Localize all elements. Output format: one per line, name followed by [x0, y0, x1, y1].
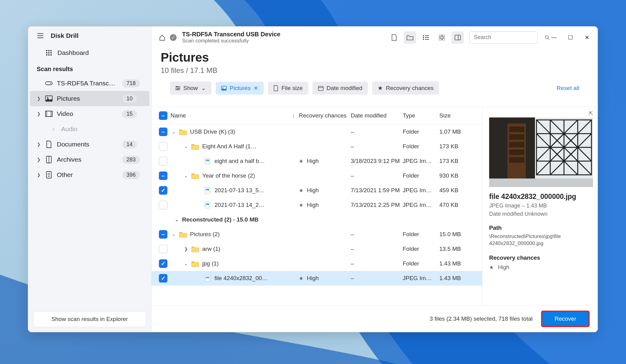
music-note-icon: ♪ [49, 125, 57, 133]
row-name: jpg (1) [202, 260, 219, 267]
chevron-right-icon: ❯ [37, 172, 41, 177]
section-scan-results: Scan results [28, 61, 151, 76]
row-checkbox[interactable] [159, 142, 167, 151]
show-in-explorer-button[interactable]: Show scan results in Explorer [33, 311, 146, 327]
minimize-button[interactable]: — [550, 34, 558, 41]
row-checkbox[interactable] [159, 245, 167, 253]
svg-point-41 [177, 89, 178, 90]
svg-point-39 [178, 88, 179, 89]
col-date[interactable]: Date modified [351, 112, 403, 119]
file-icon [203, 275, 211, 282]
row-date: – [351, 246, 403, 252]
table-row[interactable]: ⌄Year of the horse (2)–Folder930 KB [152, 168, 482, 183]
sidebar-item-other[interactable]: ❯ Other 396 [28, 167, 151, 182]
row-date: – [351, 143, 403, 150]
hamburger-icon[interactable] [37, 32, 44, 39]
sidebar-item-label: Pictures [57, 95, 118, 102]
show-dropdown[interactable]: Show ⌄ [170, 81, 211, 95]
sort-arrow-icon[interactable]: ↓ [292, 112, 299, 119]
document-icon [45, 141, 53, 148]
close-button[interactable]: ✕ [583, 34, 591, 41]
home-icon[interactable] [158, 34, 166, 41]
grid-view-icon[interactable] [436, 31, 448, 44]
sidebar-item-documents[interactable]: ❯ Documents 14 [28, 137, 151, 152]
group-header[interactable]: ⌄Reconstructed (2) - 15.0 MB [152, 212, 482, 227]
row-type: JPEG Im… [403, 158, 439, 164]
svg-rect-8 [50, 54, 52, 56]
sidebar-item-audio[interactable]: ♪ Audio [28, 121, 151, 137]
image-icon [221, 86, 227, 91]
col-size[interactable]: Size [439, 112, 473, 119]
table-row[interactable]: ⌄Pictures (2)–Folder15.0 MB [152, 227, 482, 242]
row-name: 2021-07-13 14_2… [214, 202, 265, 208]
filter-filesize[interactable]: File size [268, 82, 308, 95]
table-row[interactable]: eight and a half b…★ High3/18/2023 9:12 … [152, 154, 482, 168]
row-checkbox[interactable] [159, 186, 167, 195]
filter-recovery[interactable]: ★ Recovery chances [372, 81, 439, 95]
list-view-icon[interactable] [420, 31, 432, 44]
table-row[interactable]: ⌄jpg (1)–Folder1.43 MB [152, 256, 482, 271]
chevron-icon[interactable]: ⌄ [183, 144, 189, 149]
svg-rect-61 [509, 127, 524, 132]
table-header: Name↓ Recovery chances Date modified Typ… [152, 107, 482, 124]
app-title: Disk Drill [51, 32, 79, 39]
svg-rect-14 [46, 111, 47, 117]
col-type[interactable]: Type [403, 112, 439, 119]
row-checkbox[interactable] [159, 274, 167, 283]
sidebar-item-video[interactable]: ❯ Video 15 [28, 106, 151, 121]
table-row[interactable]: ⌄Eight And A Half (1…–Folder173 KB [152, 139, 482, 154]
row-type: JPEG Im… [403, 187, 439, 194]
row-recovery: ★ High [299, 187, 351, 194]
reset-all-link[interactable]: Reset all [557, 85, 579, 92]
row-checkbox[interactable] [159, 201, 167, 209]
folder-icon [179, 128, 187, 135]
col-recovery[interactable]: Recovery chances [299, 112, 351, 119]
folder-view-icon[interactable] [404, 31, 416, 44]
select-all-checkbox[interactable] [159, 111, 167, 120]
archive-icon [45, 156, 53, 163]
row-checkbox[interactable] [159, 157, 167, 165]
svg-rect-64 [509, 150, 524, 155]
chevron-icon[interactable]: ⌄ [170, 232, 177, 237]
row-type: Folder [403, 143, 439, 150]
row-checkbox[interactable] [159, 128, 167, 136]
table-row[interactable]: file 4240x2832_00…★ High–JPEG Im…1.43 MB [152, 271, 482, 286]
expand-icon[interactable]: ⇱ [589, 110, 593, 117]
chevron-icon[interactable]: ⌄ [174, 217, 180, 222]
preview-path: \Reconstructed\Pictures\jpg\file 4240x28… [489, 233, 593, 247]
sidebar-device[interactable]: TS-RDF5A Transcend US… 718 [28, 76, 151, 91]
drive-icon [45, 80, 53, 87]
table-row[interactable]: ⌄USB Drive (K) (3)–Folder1.07 MB [152, 124, 482, 139]
search-box[interactable] [469, 31, 538, 44]
chevron-icon[interactable]: ⌄ [183, 261, 189, 266]
row-size: 15.0 MB [439, 231, 473, 238]
row-checkbox[interactable] [159, 171, 167, 180]
sidebar-item-pictures[interactable]: ❯ Pictures 10 [30, 91, 149, 106]
folder-icon [191, 172, 199, 179]
dashboard-link[interactable]: Dashboard [28, 45, 151, 61]
chevron-icon[interactable]: ❯ [183, 247, 189, 251]
row-checkbox[interactable] [159, 259, 167, 268]
selection-status: 3 files (2.34 MB) selected, 718 files to… [430, 315, 533, 322]
search-input[interactable] [474, 34, 545, 41]
row-recovery: ★ High [299, 158, 351, 164]
folder-icon [191, 143, 199, 150]
chevron-icon[interactable]: ⌄ [183, 173, 189, 178]
col-name[interactable]: Name [170, 112, 186, 119]
table-row[interactable]: 2021-07-13 14_2…★ High7/13/2021 2:25 PMJ… [152, 198, 482, 212]
svg-rect-29 [442, 35, 445, 37]
maximize-button[interactable]: ☐ [566, 34, 574, 41]
close-icon[interactable]: ✕ [254, 85, 258, 92]
panel-view-icon[interactable] [452, 31, 464, 44]
filter-datemod[interactable]: Date modified [313, 82, 368, 95]
file-view-icon[interactable] [388, 31, 400, 44]
filter-pictures[interactable]: Pictures ✕ [216, 82, 264, 95]
row-checkbox[interactable] [159, 230, 167, 239]
svg-point-43 [222, 87, 223, 88]
recover-button[interactable]: Recover [541, 311, 590, 327]
table-row[interactable]: 2021-07-13 13_5…★ High7/13/2021 1:59 PMJ… [152, 183, 482, 198]
table-row[interactable]: ❯arw (1)–Folder13.5 MB [152, 242, 482, 256]
sidebar-item-archives[interactable]: ❯ Archives 283 [28, 152, 151, 167]
chevron-icon[interactable]: ⌄ [170, 129, 177, 134]
row-name: eight and a half b… [214, 158, 265, 164]
